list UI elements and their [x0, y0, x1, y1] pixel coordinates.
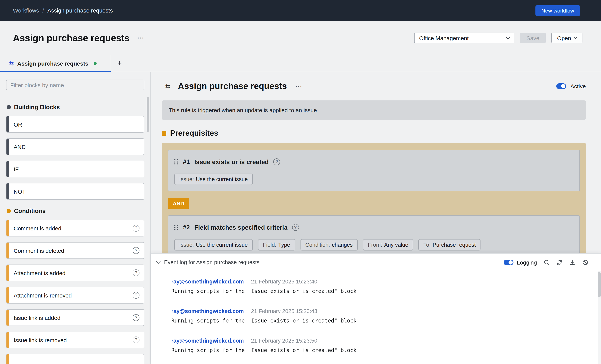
tab-assign-purchase-requests[interactable]: ⇆ Assign purchase requests — [0, 55, 111, 72]
sidebar-item-attachment-is-removed[interactable]: Attachment is removed ? — [6, 287, 144, 303]
rule-block-1[interactable]: #1 Issue exists or is created ? Issue: U… — [168, 150, 580, 191]
more-menu-icon[interactable]: ⋯ — [295, 83, 302, 90]
page-title: Assign purchase requests — [13, 32, 130, 43]
breadcrumb-current: Assign purchase requests — [47, 7, 113, 14]
new-workflow-button[interactable]: New workflow — [535, 5, 580, 16]
top-navigation-bar: Workflows / Assign purchase requests New… — [0, 0, 601, 21]
sidebar-item-issue-link-is-added[interactable]: Issue link is added ? — [6, 309, 144, 326]
user-email-link[interactable]: ray@somethingwicked.com — [171, 279, 244, 285]
user-email-link[interactable]: ray@somethingwicked.com — [171, 308, 244, 314]
rule-title: Issue exists or is created — [194, 158, 269, 165]
log-timestamp: 21 February 2025 15:23:43 — [251, 308, 317, 314]
help-icon[interactable]: ? — [133, 292, 140, 299]
section-title: Building Blocks — [14, 104, 60, 111]
sidebar-item-attachment-is-added[interactable]: Attachment is added ? — [6, 264, 144, 281]
save-button[interactable]: Save — [520, 33, 546, 43]
help-icon[interactable]: ? — [273, 158, 280, 165]
chip-condition[interactable]: Condition: changes — [300, 239, 358, 251]
block-label: OR — [14, 121, 22, 128]
search-icon[interactable] — [543, 259, 550, 265]
log-message: Running scripts for the "Issue exists or… — [171, 347, 601, 353]
sidebar-item-comment-is-added[interactable]: Comment is added ? — [6, 220, 144, 236]
add-tab-button[interactable]: + — [111, 55, 128, 72]
block-label: Attachment is removed — [14, 292, 72, 298]
collapse-chevron-icon[interactable] — [156, 259, 161, 264]
help-icon[interactable]: ? — [133, 336, 140, 343]
help-icon[interactable]: ? — [133, 247, 140, 254]
help-icon[interactable]: ? — [292, 224, 299, 231]
filter-blocks-input[interactable] — [6, 80, 144, 90]
prerequisites-bullet-icon — [162, 131, 166, 135]
block-label: IF — [14, 166, 19, 172]
log-entry-header: ray@somethingwicked.com 21 February 2025… — [171, 279, 601, 285]
workflow-title: Assign purchase requests — [178, 81, 287, 91]
chip-from[interactable]: From: Any value — [363, 239, 413, 251]
more-menu-icon[interactable]: ⋯ — [137, 34, 144, 41]
trigger-banner: This rule is triggered when an update is… — [162, 101, 586, 120]
project-select[interactable]: Office Management — [414, 33, 514, 43]
chip-issue[interactable]: Issue: Use the current issue — [174, 239, 252, 251]
clear-log-icon[interactable] — [582, 259, 589, 265]
chip-label: Field: — [263, 242, 276, 248]
chip-label: From: — [368, 242, 382, 248]
open-button[interactable]: Open — [551, 33, 582, 43]
help-icon[interactable]: ? — [133, 269, 140, 276]
chip-issue[interactable]: Issue: Use the current issue — [174, 173, 252, 185]
building-blocks-bullet-icon — [7, 105, 11, 109]
blocks-sidebar: Building Blocks OR AND IF NOT Conditions… — [0, 72, 151, 364]
user-email-link[interactable]: ray@somethingwicked.com — [171, 338, 244, 344]
workflow-tabbar: ⇆ Assign purchase requests + — [0, 55, 601, 72]
block-label: Issue link is added — [14, 314, 60, 321]
sidebar-item-not[interactable]: NOT — [6, 183, 144, 200]
swap-icon: ⇆ — [165, 83, 170, 90]
sidebar-item-comment-is-deleted[interactable]: Comment is deleted ? — [6, 242, 144, 259]
active-toggle[interactable] — [556, 83, 566, 89]
chevron-down-icon — [574, 36, 577, 39]
event-log-scrollbar-thumb[interactable] — [598, 272, 601, 297]
chip-value: Use the current issue — [196, 242, 248, 248]
event-log-body: ray@somethingwicked.com 21 February 2025… — [151, 271, 601, 364]
rule-block-2[interactable]: #2 Field matches specified criteria ? Is… — [168, 215, 580, 257]
log-message: Running scripts for the "Issue exists or… — [171, 288, 601, 294]
sidebar-item-and[interactable]: AND — [6, 138, 144, 155]
chip-value: changes — [332, 242, 353, 248]
sidebar-item-issue-link-is-removed[interactable]: Issue link is removed ? — [6, 332, 144, 348]
refresh-icon[interactable] — [556, 259, 563, 265]
chip-field[interactable]: Field: Type — [258, 239, 295, 251]
block-label: Attachment is added — [14, 270, 66, 276]
prerequisites-title: Prerequisites — [170, 129, 218, 138]
and-operator-badge[interactable]: AND — [168, 198, 189, 209]
rule-block-header: #1 Issue exists or is created ? — [174, 156, 573, 168]
swap-icon: ⇆ — [9, 60, 14, 67]
drag-handle-icon[interactable] — [174, 159, 178, 164]
chip-label: To: — [423, 242, 431, 248]
logging-toggle-group: Logging — [503, 259, 537, 265]
block-label: Comment is deleted — [14, 247, 64, 254]
active-toggle-group: Active — [556, 83, 586, 90]
rule-chip-row: Issue: Use the current issue Field: Type… — [174, 239, 573, 251]
block-label: Comment is added — [14, 225, 61, 231]
drag-handle-icon[interactable] — [174, 225, 178, 230]
sidebar-item-if[interactable]: IF — [6, 161, 144, 177]
chip-label: Condition: — [305, 242, 330, 248]
download-icon[interactable] — [569, 259, 576, 265]
logging-toggle[interactable] — [503, 259, 513, 265]
chip-to[interactable]: To: Purchase request — [419, 239, 481, 251]
help-icon[interactable]: ? — [133, 225, 140, 232]
event-log-title: Event log for Assign purchase requests — [164, 259, 259, 265]
event-log-scrollbar[interactable] — [598, 271, 601, 364]
section-title: Conditions — [14, 208, 46, 214]
sidebar-scrollbar[interactable] — [147, 97, 149, 132]
rule-title: Field matches specified criteria — [194, 224, 288, 231]
chip-label: Issue: — [179, 176, 194, 182]
rule-block-header: #2 Field matches specified criteria ? — [174, 222, 573, 233]
logging-toggle-label: Logging — [517, 259, 537, 265]
project-select-value: Office Management — [419, 35, 469, 41]
sidebar-item-or[interactable]: OR — [6, 116, 144, 133]
conditions-bullet-icon — [7, 209, 11, 213]
help-icon[interactable]: ? — [133, 314, 140, 321]
breadcrumb-workflows-link[interactable]: Workflows — [13, 7, 39, 14]
log-timestamp: 21 February 2025 15:23:50 — [251, 338, 317, 344]
sidebar-item-partial[interactable] — [6, 354, 144, 364]
log-entry-header: ray@somethingwicked.com 21 February 2025… — [171, 308, 601, 314]
